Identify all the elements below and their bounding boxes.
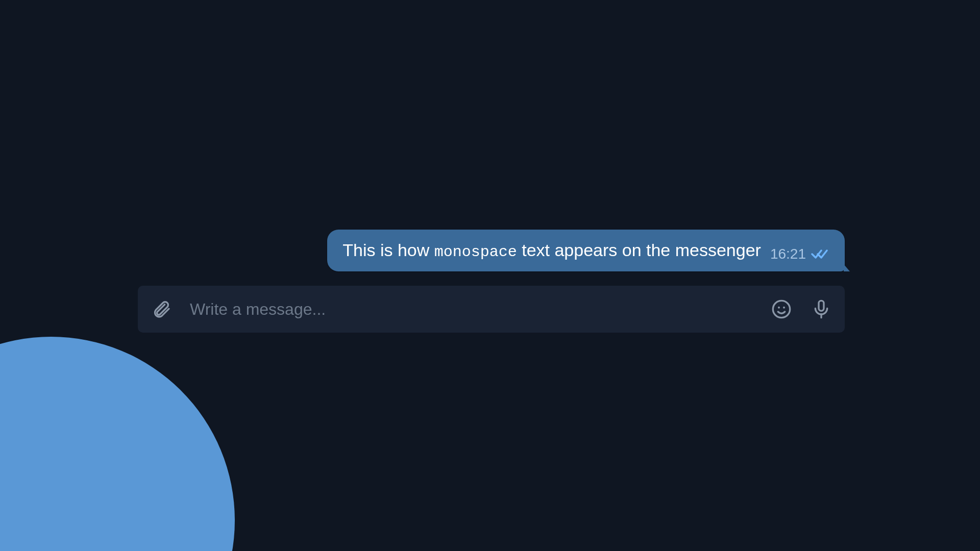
message-row: This is how monospace text appears on th…	[138, 230, 845, 271]
outgoing-message-bubble[interactable]: This is how monospace text appears on th…	[327, 230, 845, 271]
mic-icon[interactable]	[809, 297, 834, 321]
smile-icon[interactable]	[769, 297, 794, 321]
message-input[interactable]	[189, 299, 754, 319]
svg-point-1	[778, 307, 780, 309]
message-text-monospace: monospace	[434, 243, 517, 261]
bubble-tail	[844, 264, 850, 271]
message-text: This is how monospace text appears on th…	[342, 239, 761, 262]
message-meta: 16:21	[770, 246, 829, 262]
composer-bar	[138, 286, 845, 333]
message-text-suffix: text appears on the messenger	[517, 240, 761, 260]
message-text-prefix: This is how	[342, 240, 434, 260]
paperclip-icon[interactable]	[149, 297, 174, 321]
chat-area: This is how monospace text appears on th…	[138, 230, 845, 333]
svg-rect-3	[819, 300, 824, 311]
double-check-icon	[811, 248, 829, 260]
message-time: 16:21	[770, 246, 806, 262]
svg-point-2	[783, 307, 785, 309]
decorative-circle	[0, 337, 235, 551]
svg-point-0	[773, 300, 790, 317]
